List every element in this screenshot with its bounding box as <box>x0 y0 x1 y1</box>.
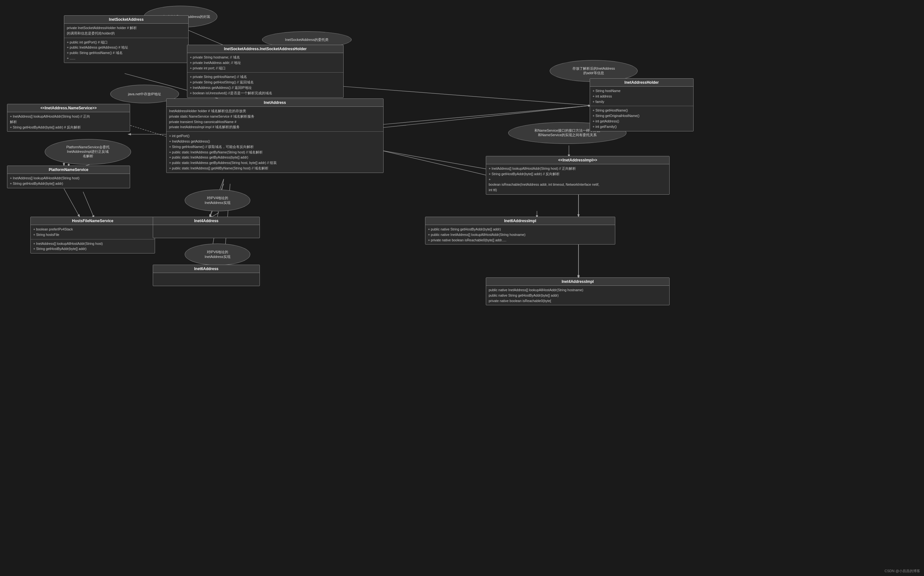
inet-address-impl-section1: + InetAddress[] lookupAllHostAddr(String… <box>486 164 669 194</box>
diagram-container: hadoop中对域名和 InetAddress的封装 InetSocketAdd… <box>0 0 924 576</box>
inet-address-holder-title: InetAddressHolder <box>590 78 693 86</box>
platform-delegate-ellipse: PlatformNameService会委托 InetAddressImpl进行… <box>45 139 131 165</box>
hosts-file-name-service-section1: + boolean preferIPv4Stack + String hosts… <box>31 225 155 239</box>
name-service-section1: + InetAddress[] lookupAllHostAddr(String… <box>7 112 130 131</box>
inet6-address-impl-title: Inet6AddressImpl <box>425 217 615 225</box>
inet-address-title: InetAddress <box>166 99 383 107</box>
inet-address-section1: InetAddressHolder holder # 域名解析信息的存放类 pr… <box>166 107 383 132</box>
inet6-address-impl-box: Inet6AddressImpl + public native String … <box>425 217 615 245</box>
hosts-file-name-service-section2: + InetAddress[] lookupAllHostAddr(String… <box>31 239 155 253</box>
platform-name-service-box: PlatformNameService + InetAddress[] look… <box>7 166 130 188</box>
inet-socket-address-box: InetSocketAddress private InetSocketAddr… <box>64 15 189 63</box>
inet4-address-impl-box: Inet4AddressImpl public native InetAddre… <box>486 277 670 305</box>
svg-line-13 <box>128 125 169 138</box>
hosts-file-name-service-title: HostsFileNameService <box>31 217 155 225</box>
inet6-address-box: Inet6Address <box>153 265 260 286</box>
inet-socket-address-holder-section2: + private String getHostName() // 域名 + p… <box>187 72 343 97</box>
inet6-address-section1 <box>153 273 259 286</box>
inet-address-holder-section1: + String hostName + int address + family <box>590 86 693 106</box>
inet-socket-address-section1: private InetSocketAddressHolder holder #… <box>64 24 188 38</box>
svg-line-8 <box>64 189 80 218</box>
inet-address-impl-box: <<InetAddressImpl>> + InetAddress[] look… <box>486 156 670 195</box>
inet-address-box: InetAddress InetAddressHolder holder # 域… <box>166 98 384 173</box>
inet-address-holder-section2: + String getHostName() + String getOrigi… <box>590 106 693 131</box>
inet-socket-address-holder-section1: + private String hostname; // 域名 + priva… <box>187 53 343 72</box>
inet4-address-impl-section1: public native InetAddress[] lookupAllHos… <box>486 286 669 305</box>
watermark: CSDN @小昌昌的博客 <box>885 569 920 573</box>
name-service-title: <<InetAddress.NameService>> <box>7 104 130 112</box>
inet4-address-impl-title: Inet4AddressImpl <box>486 278 669 286</box>
inet-socket-address-section2: + public int getPort() # 端口 + public Ine… <box>64 38 188 62</box>
name-service-box: <<InetAddress.NameService>> + InetAddres… <box>7 104 130 132</box>
inet-socket-address-title: InetSocketAddress <box>64 16 188 24</box>
platform-name-service-title: PlatformNameService <box>7 166 130 174</box>
inet-address-section2: + int getPort() + InetAddress getAddress… <box>166 132 383 173</box>
inet4-address-section1 <box>153 225 259 238</box>
inet6-address-impl-section1: + public native String getHostByAddr(byt… <box>425 225 615 244</box>
platform-name-service-section1: + InetAddress[] lookupAllHostAddr(String… <box>7 174 130 188</box>
inet-socket-address-holder-box: InetSocketAddress.InetSocketAddressHolde… <box>187 45 344 98</box>
inet6-address-title: Inet6Address <box>153 265 259 273</box>
inet-address-holder-box: InetAddressHolder + String hostName + in… <box>590 78 694 131</box>
inet-socket-address-holder-title: InetSocketAddress.InetSocketAddressHolde… <box>187 45 343 53</box>
ipv4-ellipse: 对IPV4地址的 InetAddress实现 <box>185 190 250 211</box>
inet4-address-title: Inet4Address <box>153 217 259 225</box>
svg-line-6 <box>380 150 489 170</box>
inet-address-impl-title: <<InetAddressImpl>> <box>486 156 669 164</box>
inet4-address-box: Inet4Address <box>153 217 260 238</box>
ipv6-ellipse: 对IPV6地址的 InetAddress实现 <box>185 243 250 265</box>
hosts-file-name-service-box: HostsFileNameService + boolean preferIPv… <box>30 217 155 253</box>
